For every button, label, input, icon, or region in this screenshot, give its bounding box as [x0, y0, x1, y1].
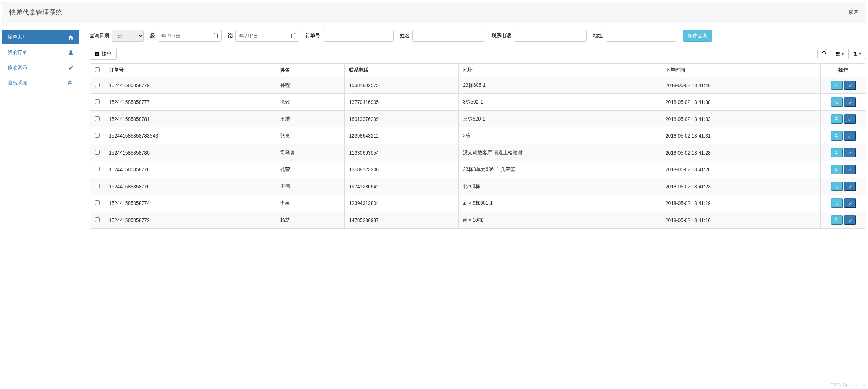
cell-time: 2018-05-02 13:41:23: [661, 178, 820, 194]
date-from-input[interactable]: [158, 30, 222, 42]
cell-address: 没人就放客厅 请送上楼谢谢: [458, 144, 661, 161]
row-checkbox[interactable]: [95, 116, 100, 121]
row-checkbox[interactable]: [95, 217, 100, 222]
cell-address: 3栋502-1: [458, 93, 661, 110]
check-icon: [848, 218, 852, 223]
confirm-button[interactable]: [844, 198, 856, 208]
content: 查询日期 无 起 讫 订单号 姓名 联系电话: [90, 30, 866, 229]
cell-phone: 18913376299: [344, 110, 458, 127]
view-button[interactable]: [831, 148, 843, 157]
search-icon: [834, 184, 839, 189]
sidebar-item-label: 退出系统: [8, 80, 27, 86]
cell-address: 新区9栋601-1: [458, 194, 661, 211]
cell-orderno: 152441585858776: [105, 178, 276, 194]
view-button[interactable]: [831, 198, 843, 208]
phone-input[interactable]: [514, 30, 587, 42]
cell-time: 2018-05-02 13:41:38: [661, 93, 820, 110]
refresh-icon: [822, 51, 827, 56]
confirm-button[interactable]: [844, 131, 856, 140]
date-to-input[interactable]: [235, 30, 299, 42]
cell-orderno: 152441585858774: [105, 194, 276, 211]
cell-orderno: 1524415858587835̇43: [105, 127, 276, 144]
confirm-button[interactable]: [844, 182, 856, 191]
row-checkbox[interactable]: [95, 83, 100, 87]
search-icon: [834, 218, 839, 223]
col-phone[interactable]: 联系电话: [344, 64, 458, 77]
view-button[interactable]: [831, 131, 843, 140]
name-input[interactable]: [412, 30, 485, 42]
confirm-button[interactable]: [844, 114, 856, 124]
cell-time: 2018-05-02 13:41:40: [661, 77, 820, 93]
cell-time: 2018-05-02 13:41:28: [661, 144, 820, 161]
table-row: 152441585858777 徐敬 13770416905 3栋502-1 2…: [90, 93, 866, 110]
view-button[interactable]: [831, 81, 843, 90]
row-checkbox[interactable]: [95, 184, 100, 188]
search-icon: [834, 83, 839, 88]
cell-name: 杨慧: [276, 212, 345, 228]
confirm-button[interactable]: [844, 97, 856, 107]
confirm-button[interactable]: [844, 81, 856, 90]
cell-name: 司马衷: [276, 144, 345, 161]
export-button[interactable]: [848, 49, 866, 59]
view-button[interactable]: [831, 114, 843, 124]
cell-time: 2018-05-02 13:41:26: [661, 161, 820, 177]
table-row: 152441585858780 司马衷 11330693054 没人就放客厅 请…: [90, 144, 866, 161]
confirm-button[interactable]: [844, 215, 856, 225]
search-icon: [834, 100, 839, 105]
view-button[interactable]: [831, 215, 843, 225]
label-to: 讫: [228, 33, 233, 39]
refresh-button[interactable]: [817, 49, 831, 59]
check-icon: [848, 83, 852, 88]
col-orderno[interactable]: 订单号: [105, 64, 276, 77]
address-input[interactable]: [606, 30, 676, 42]
sidebar-item-2[interactable]: 修改密码: [2, 60, 79, 75]
sidebar-item-3[interactable]: 退出系统: [2, 76, 79, 90]
row-checkbox[interactable]: [95, 200, 100, 205]
row-checkbox[interactable]: [95, 167, 100, 171]
chevron-down-icon: [841, 53, 844, 55]
label-address: 地址: [593, 33, 603, 39]
check-square-icon: [95, 51, 100, 56]
sidebar-item-1[interactable]: 我的订单: [2, 45, 79, 60]
cell-time: 2018-05-02 13:41:31: [661, 127, 820, 144]
label-name: 姓名: [400, 33, 410, 39]
row-checkbox[interactable]: [95, 150, 100, 155]
sidebar-item-label: 接单大厅: [8, 34, 27, 40]
accept-order-button[interactable]: 接单: [90, 48, 117, 60]
cell-address: 三栋520-1: [458, 110, 661, 127]
cell-phone: 12398643212: [344, 127, 458, 144]
select-all-checkbox[interactable]: [95, 67, 100, 72]
row-checkbox[interactable]: [95, 99, 100, 104]
row-checkbox[interactable]: [95, 133, 100, 138]
confirm-button[interactable]: [844, 148, 856, 157]
date-type-select[interactable]: 无: [112, 30, 144, 42]
table-row: 152441585858772 杨慧 14785236987 南区10栋 201…: [90, 212, 866, 228]
query-button[interactable]: 条件查询: [683, 30, 712, 42]
cell-orderno: 152441585858778: [105, 161, 276, 177]
cell-phone: 12394313804: [344, 194, 458, 211]
sidebar-item-0[interactable]: 接单大厅: [2, 30, 79, 44]
user-name[interactable]: 李四: [848, 9, 859, 16]
view-button[interactable]: [831, 97, 843, 107]
search-icon: [834, 201, 839, 206]
search-icon: [834, 134, 839, 139]
orderno-input[interactable]: [323, 30, 394, 42]
table-row: 152441585858774 李泉 12394313804 新区9栋601-1…: [90, 194, 866, 211]
confirm-button[interactable]: [844, 165, 856, 174]
sidebar: 接单大厅我的订单修改密码退出系统: [2, 30, 79, 229]
col-name[interactable]: 姓名: [276, 64, 345, 77]
pencil-icon: [68, 65, 74, 71]
table-row: 152441585858779 孙程 15381802575 23栋606-1 …: [90, 77, 866, 93]
col-time[interactable]: 下单时间: [661, 64, 820, 77]
view-button[interactable]: [831, 182, 843, 191]
export-icon: [853, 51, 858, 56]
label-query-date: 查询日期: [90, 33, 109, 39]
table-row: 152441585858781 王维 18913376299 三栋520-1 2…: [90, 110, 866, 127]
accept-order-label: 接单: [102, 51, 111, 57]
col-address[interactable]: 地址: [458, 64, 661, 77]
view-button[interactable]: [831, 165, 843, 174]
label-from: 起: [150, 33, 155, 39]
cell-name: 李泉: [276, 194, 345, 211]
cell-name: 徐敬: [276, 93, 345, 110]
columns-button[interactable]: [831, 49, 849, 59]
